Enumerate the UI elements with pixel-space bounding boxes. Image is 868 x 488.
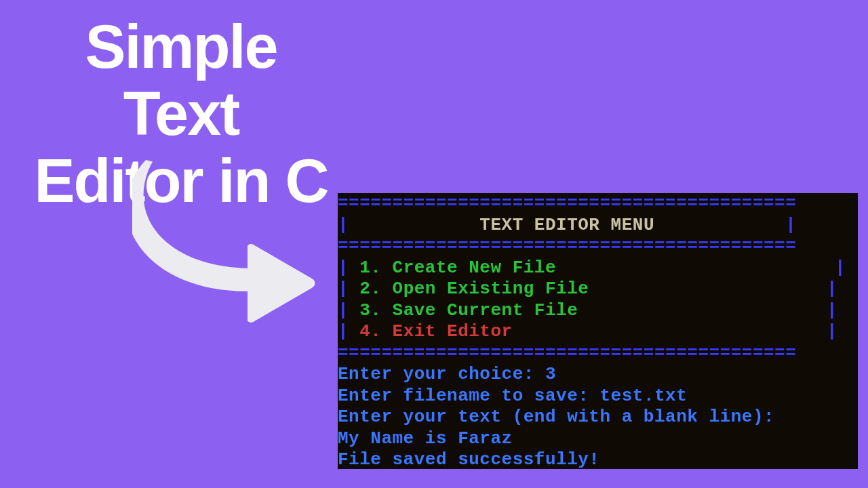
menu-title-row: | TEXT EDITOR MENU | [338, 215, 858, 237]
pipe-left: | [338, 258, 349, 279]
pipe-right: | [827, 300, 837, 322]
entertext-prompt: Enter your text (end with a blank line): [338, 407, 858, 428]
ruler-bottom: ========================================… [338, 343, 858, 365]
option-number: 4. [349, 321, 392, 343]
option-label: Exit Editor [393, 321, 827, 343]
pipe-left: | [338, 215, 349, 235]
text-content: My Name is Faraz [338, 428, 858, 450]
filename-value: test.txt [599, 386, 687, 406]
choice-value: 3 [545, 364, 556, 384]
terminal-window: ========================================… [338, 193, 858, 469]
menu-title-pad [654, 215, 785, 235]
menu-title [349, 215, 479, 235]
pipe-right: | [785, 215, 796, 235]
pipe-right: | [827, 321, 837, 343]
choice-label: Enter your choice: [338, 364, 545, 384]
ruler-mid: ========================================… [338, 236, 858, 258]
option-label: Open Existing File [393, 279, 827, 300]
option-number: 1. [349, 258, 392, 279]
filename-label: Enter filename to save: [338, 386, 599, 406]
menu-option-4: | 4. Exit Editor| [338, 321, 858, 343]
headline-line-1: Simple Text [85, 13, 277, 148]
option-number: 2. [349, 279, 392, 300]
option-label: Create New File [393, 258, 835, 279]
menu-title-text: TEXT EDITOR MENU [479, 215, 654, 235]
option-label: Save Current File [393, 300, 827, 322]
ruler-top: ========================================… [338, 193, 858, 215]
menu-option-1: | 1. Create New File| [338, 258, 858, 279]
filename-prompt: Enter filename to save: test.txt [338, 386, 858, 407]
choice-prompt: Enter your choice: 3 [338, 364, 858, 386]
option-number: 3. [349, 300, 392, 322]
arrow-icon [132, 156, 322, 325]
pipe-left: | [338, 279, 349, 300]
pipe-right: | [827, 279, 837, 300]
menu-option-2: | 2. Open Existing File| [338, 279, 858, 300]
status-message: File saved successfully! [338, 449, 858, 469]
menu-option-3: | 3. Save Current File| [338, 300, 858, 322]
pipe-right: | [835, 258, 846, 279]
pipe-left: | [338, 300, 349, 322]
pipe-left: | [338, 321, 349, 343]
